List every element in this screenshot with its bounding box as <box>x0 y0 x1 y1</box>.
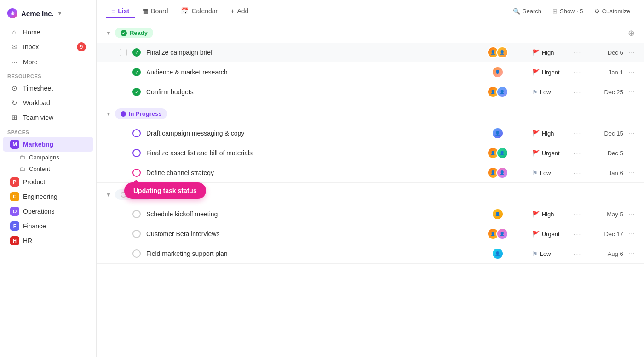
board-tab-icon: ▦ <box>142 7 148 15</box>
sidebar-item-home[interactable]: ⌂ Home <box>3 25 93 39</box>
table-row[interactable]: Field marketing support plan 👤 ⚑ Low ···… <box>97 244 644 264</box>
task-list-content: ▼ ✓ Ready ⊕ ✓ Finalize campaign brief 👤 … <box>97 23 644 357</box>
priority-flag-icon: ⚑ <box>532 250 538 257</box>
inprogress-status-badge[interactable]: In Progress <box>115 108 167 119</box>
sidebar-item-workload[interactable]: ↻ Workload <box>3 96 93 110</box>
task-more-icon[interactable]: ··· <box>629 249 635 258</box>
tab-calendar[interactable]: 📅 Calendar <box>175 5 223 18</box>
tab-board[interactable]: ▦ Board <box>137 5 173 18</box>
task-avatars: 👤 <box>482 66 514 78</box>
table-row[interactable]: Finalize asset list and bill of material… <box>97 143 644 163</box>
task-avatars: 👤 <box>482 127 514 139</box>
ready-status-badge[interactable]: ✓ Ready <box>115 28 153 38</box>
todo-status-badge[interactable]: To Do <box>115 189 152 200</box>
avatar: 👤 <box>496 86 508 98</box>
sidebar-item-hr[interactable]: H HR <box>3 233 93 248</box>
task-more-icon[interactable]: ··· <box>629 48 635 57</box>
task-options-dots[interactable]: ··· <box>574 250 586 257</box>
task-options-dots[interactable]: ··· <box>574 88 586 96</box>
avatar: 👤 <box>496 167 508 179</box>
table-row[interactable]: ✓ Audience & market research 👤 🚩 Urgent … <box>97 62 644 82</box>
todo-dot <box>121 192 126 198</box>
task-options-dots[interactable]: ··· <box>574 210 586 218</box>
tab-add[interactable]: + Add <box>225 5 254 18</box>
task-options-dots[interactable]: ··· <box>574 169 586 176</box>
finance-icon: F <box>10 221 19 231</box>
task-avatars: 👤 👤 <box>482 86 514 98</box>
topbar: ≡ List ▦ Board 📅 Calendar + Add 🔍 Search… <box>97 0 644 23</box>
task-checkbox[interactable] <box>120 49 127 56</box>
sidebar-item-more[interactable]: ··· More <box>3 55 93 69</box>
hr-label: HR <box>23 237 32 244</box>
task-avatars: 👤 👤 <box>482 228 514 240</box>
task-date: Jan 6 <box>591 170 623 176</box>
priority-label: High <box>542 211 554 218</box>
show-button[interactable]: ⊞ Show · 5 <box>548 6 588 17</box>
ready-dot: ✓ <box>121 30 127 36</box>
task-more-icon[interactable]: ··· <box>629 210 635 218</box>
sidebar-item-teamview[interactable]: ⊞ Team view <box>3 110 93 125</box>
logo-caret: ▾ <box>58 11 61 17</box>
inbox-badge: 9 <box>77 42 86 51</box>
priority-flag-icon: 🚩 <box>532 130 540 137</box>
task-options-dots[interactable]: ··· <box>574 49 586 56</box>
sidebar-item-finance[interactable]: F Finance <box>3 219 93 233</box>
ready-add-button[interactable]: ⊕ <box>628 28 635 38</box>
tab-list[interactable]: ≡ List <box>106 5 135 18</box>
company-name: Acme Inc. <box>21 10 54 17</box>
sidebar-item-product[interactable]: P Product <box>3 175 93 189</box>
search-button[interactable]: 🔍 Search <box>508 6 546 17</box>
table-row[interactable]: Customer Beta interviews 👤 👤 🚩 Urgent ··… <box>97 224 644 244</box>
priority-flag-icon: 🚩 <box>532 231 540 238</box>
ready-group-header: ▼ ✓ Ready ⊕ <box>97 23 644 43</box>
show-label: Show · 5 <box>560 8 583 15</box>
task-more-icon[interactable]: ··· <box>629 88 635 96</box>
task-status-done-icon: ✓ <box>132 48 141 57</box>
task-more-icon[interactable]: ··· <box>629 129 635 137</box>
table-row[interactable]: Define channel strategy 👤 👤 ⚑ Low ··· Ja… <box>97 163 644 183</box>
app-logo[interactable]: ✳ Acme Inc. ▾ <box>0 6 96 25</box>
priority-label: Low <box>540 250 551 257</box>
table-row[interactable]: Schedule kickoff meeting 👤 🚩 High ··· Ma… <box>97 204 644 224</box>
task-options-dots[interactable]: ··· <box>574 230 586 238</box>
inprogress-label: In Progress <box>129 110 162 117</box>
inbox-icon: ✉ <box>10 43 18 51</box>
task-date: Aug 6 <box>591 250 623 257</box>
task-more-icon[interactable]: ··· <box>629 68 635 76</box>
task-status-circle-icon <box>132 230 141 238</box>
sidebar-item-inbox[interactable]: ✉ Inbox 9 <box>3 39 93 55</box>
workload-label: Workload <box>23 99 50 107</box>
table-row[interactable]: ✓ Finalize campaign brief 👤 👤 🚩 High ···… <box>97 43 644 62</box>
sidebar-item-engineering[interactable]: E Engineering <box>3 189 93 204</box>
task-date: Dec 25 <box>591 89 623 96</box>
customize-label: Customize <box>602 8 630 15</box>
ready-collapse-arrow[interactable]: ▼ <box>106 30 111 36</box>
task-more-icon[interactable]: ··· <box>629 169 635 177</box>
task-date: Dec 15 <box>591 130 623 137</box>
task-options-dots[interactable]: ··· <box>574 149 586 157</box>
todo-collapse-arrow[interactable]: ▼ <box>106 192 111 198</box>
task-priority: ⚑ Low <box>532 170 574 176</box>
search-icon: 🔍 <box>513 8 520 15</box>
sidebar-item-operations[interactable]: O Operations <box>3 204 93 219</box>
logo-icon: ✳ <box>7 8 17 18</box>
inprogress-collapse-arrow[interactable]: ▼ <box>106 111 111 117</box>
sidebar-subitem-campaigns[interactable]: 🗀 Campaigns <box>3 152 93 163</box>
resources-section-label: Resources <box>0 69 96 81</box>
sidebar-item-marketing[interactable]: M Marketing <box>3 137 93 152</box>
customize-button[interactable]: ⚙ Customize <box>590 6 635 17</box>
priority-flag-icon: ⚑ <box>532 89 538 96</box>
hr-icon: H <box>10 236 19 245</box>
sidebar-subitem-content[interactable]: 🗀 Content <box>3 163 93 175</box>
task-status-inprog-icon <box>132 149 141 157</box>
table-row[interactable]: ✓ Confirm budgets 👤 👤 ⚑ Low ··· Dec 25 ·… <box>97 82 644 102</box>
task-options-dots[interactable]: ··· <box>574 130 586 137</box>
task-more-icon[interactable]: ··· <box>629 230 635 238</box>
sidebar-item-timesheet[interactable]: ⊙ Timesheet <box>3 81 93 96</box>
task-options-dots[interactable]: ··· <box>574 68 586 76</box>
timesheet-icon: ⊙ <box>10 84 18 92</box>
tab-board-label: Board <box>151 7 168 15</box>
tab-calendar-label: Calendar <box>191 7 218 15</box>
task-more-icon[interactable]: ··· <box>629 149 635 157</box>
table-row[interactable]: Draft campaign messaging & copy 👤 🚩 High… <box>97 124 644 143</box>
